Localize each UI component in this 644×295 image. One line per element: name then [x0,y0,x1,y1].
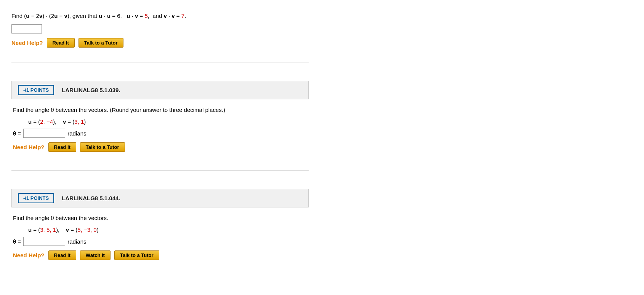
question-block-1: -/1 POINTS LARLINALG8 5.1.039. Find the … [11,69,633,163]
q1-theta-label: θ = [13,130,21,137]
q1-need-help-label: Need Help? [13,144,45,150]
q2-need-help-row: Need Help? Read It Watch It Talk to a Tu… [13,250,631,260]
top-need-help-label: Need Help? [11,40,43,46]
q2-need-help-label: Need Help? [13,252,45,258]
question-id-1: LARLINALG8 5.1.039. [62,87,120,93]
question-header-1: -/1 POINTS LARLINALG8 5.1.039. [11,81,309,99]
q2-problem-text: Find the angle θ between the vectors. [13,214,631,223]
q2-read-it-button[interactable]: Read It [48,250,76,260]
divider-2 [11,170,309,171]
question-body-2: Find the angle θ between the vectors. u … [11,214,633,260]
top-need-help-row: Need Help? Read It Talk to a Tutor [11,38,633,48]
q1-theta-row: θ = radians [13,129,631,138]
points-badge-2: -/1 POINTS [18,193,54,203]
q1-problem-text: Find the angle θ between the vectors. (R… [13,105,631,115]
top-talk-to-tutor-button[interactable]: Talk to a Tutor [78,38,123,48]
top-problem-text: Find (u − 2v) · (2u − v), given that u ·… [11,11,633,21]
q2-watch-it-button[interactable]: Watch It [80,250,111,260]
top-answer-input[interactable] [11,24,42,33]
q2-theta-label: θ = [13,238,21,245]
q1-talk-to-tutor-button[interactable]: Talk to a Tutor [80,142,125,152]
q1-radians-label: radians [67,130,86,137]
question-id-2: LARLINALG8 5.1.044. [62,195,120,201]
q1-need-help-row: Need Help? Read It Talk to a Tutor [13,142,631,152]
question-block-2: -/1 POINTS LARLINALG8 5.1.044. Find the … [11,177,633,260]
question-body-1: Find the angle θ between the vectors. (R… [11,105,633,152]
divider-1 [11,62,309,62]
points-badge-1: -/1 POINTS [18,85,54,95]
question-header-2: -/1 POINTS LARLINALG8 5.1.044. [11,189,309,207]
top-read-it-button[interactable]: Read It [47,38,75,48]
q2-radians-label: radians [67,238,86,245]
q1-vectors: u = (2, −4), v = (3, 1) [28,118,631,125]
q2-vectors: u = (3, 5, 1), v = (5, −3, 0) [28,226,631,233]
q2-talk-to-tutor-button[interactable]: Talk to a Tutor [114,250,159,260]
top-section: Find (u − 2v) · (2u − v), given that u ·… [11,8,633,55]
q2-theta-row: θ = radians [13,237,631,246]
q1-answer-input[interactable] [23,129,65,138]
q2-answer-input[interactable] [23,237,65,246]
q1-read-it-button[interactable]: Read It [48,142,76,152]
